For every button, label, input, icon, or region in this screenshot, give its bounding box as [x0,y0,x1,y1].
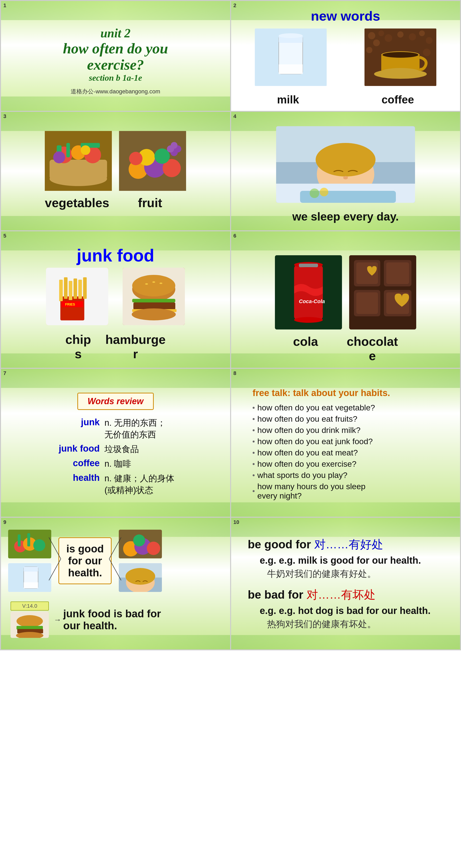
svg-point-13 [426,37,432,44]
cell-3: 3 [0,111,230,231]
svg-point-104 [147,541,160,555]
svg-rect-84 [356,292,378,314]
good-example-en: e.g. e.g. milk is good for our health. [260,555,443,566]
new-words-labels: milk coffee [236,91,456,106]
coffee-image [365,29,436,86]
svg-line-100 [109,559,121,581]
svg-point-14 [366,47,372,53]
veg-fruit-labels: vegetables fruit [45,196,186,210]
word-def-health: health n. 健康；人的身体(或精神)状态 [57,473,174,496]
hamburger-image [123,268,185,325]
svg-rect-59 [83,277,87,299]
bad-for-en: be bad for [248,588,303,601]
new-words-title: new words [236,8,456,24]
cell-number-5: 5 [3,233,6,239]
svg-rect-112 [17,626,43,629]
bad-for-title: be bad for 对……有坏处 [248,587,443,602]
cell-10: 10 be good for 对……有好处 e.g. e.g. milk is … [230,517,461,650]
question-8: how many hours do you sleepevery night? [253,482,439,500]
svg-point-19 [381,68,420,75]
website-text: 道格办公-www.daogebangong.com [63,88,168,95]
cola-image: Coca-Cola [275,255,342,330]
junk-food-images: FRIES [46,268,185,325]
center-box-area: is good for our health. [58,537,112,584]
svg-point-6 [368,32,375,39]
good-for-health-box: is good for our health. [58,537,112,584]
word-def-coffee: coffee n. 咖啡 [57,458,174,470]
cell-4: 4 [230,111,461,231]
question-7: what sports do you play? [253,470,439,480]
svg-point-90 [33,539,45,551]
chocolate-label-line2: e [347,349,398,363]
svg-point-12 [419,30,425,36]
chips-label-line1: chip [65,332,91,347]
chips-image: FRIES [46,268,108,325]
svg-rect-92 [27,533,30,547]
question-6: how often do you exercise? [253,459,439,469]
sleep-image [276,126,415,203]
cell-number-7: 7 [3,370,6,376]
new-words-images [236,29,456,86]
version-junk-area: V:14.0 [10,601,49,638]
word-def-junk-text: n. 无用的东西；无价值的东西 [104,417,166,441]
svg-point-31 [81,145,90,155]
svg-point-67 [159,283,162,284]
word-term-health: health [57,473,100,483]
cell-7: 7 Words review junk n. 无用的东西；无价值的东西 junk… [0,368,230,517]
svg-point-65 [145,283,148,285]
good-example-zh-text: 牛奶对我们的健康有好处。 [267,569,376,579]
veg-fruit-images [45,131,186,191]
svg-rect-95 [24,567,38,571]
milk-diagram-image [8,563,51,592]
svg-point-15 [423,49,431,56]
question-4: how often do you eat junk food? [253,437,439,446]
junk-bad-section: V:14.0 → [8,601,223,638]
svg-rect-4 [279,64,303,74]
cell-6: 6 Coca-Cola [230,231,461,368]
cola-label-col: cola [293,334,318,363]
word-def-junk-food: junk food 垃圾食品 [57,443,174,455]
cell-number-2: 2 [234,2,236,9]
good-example-sentence: e.g. milk is good for our health. [279,555,421,565]
main-grid: 1 unit 2 how often do you exercise? sect… [0,0,461,650]
milk-image [255,29,327,86]
version-badge: V:14.0 [10,601,49,611]
svg-rect-55 [64,277,67,299]
svg-text:Coca-Cola: Coca-Cola [299,298,325,304]
svg-point-42 [171,142,178,149]
svg-point-20 [382,52,419,58]
junk-bad-line2: our health. [63,620,117,631]
svg-rect-91 [18,534,21,547]
cell-number-4: 4 [234,113,236,120]
cell-2: 2 new words [230,0,461,111]
bad-example-en: e.g. e.g. hot dog is bad for our health. [260,605,443,616]
question-2: how often do you eat fruits? [253,414,439,424]
svg-rect-56 [69,281,72,300]
svg-point-71 [132,308,176,320]
good-text-line1: is good [66,543,104,555]
health-diagram: is good for our health. [8,530,223,592]
word-term-junk-food: junk food [57,443,100,454]
svg-point-50 [310,188,319,198]
main-title: how often do you exercise? [63,40,168,73]
junk-bad-line1: junk food is bad for [63,608,161,619]
hamburger-label-col: hamburge r [105,332,165,361]
svg-text:FRIES: FRIES [65,303,75,306]
junk-small-image [10,612,49,638]
svg-point-51 [320,188,328,196]
junk-bad-text: junk food is bad for our health. [63,608,161,632]
svg-point-3 [279,33,303,38]
svg-rect-68 [132,299,175,303]
chip-hamburger-labels: chip s hamburge r [65,332,165,361]
eg-label-2: e.g. [260,605,279,616]
svg-line-99 [109,537,121,559]
cell-number-9: 9 [3,519,6,525]
word-def-coffee-text: n. 咖啡 [104,458,131,470]
fruit-label: fruit [138,196,162,210]
svg-rect-54 [59,280,63,301]
chips-label-line2: s [65,347,91,361]
svg-rect-80 [356,262,378,284]
cell-8: 8 free talk: talk about your habits. how… [230,368,461,517]
fruit-diagram-image [119,530,162,558]
unit-title: unit 2 [63,26,168,40]
